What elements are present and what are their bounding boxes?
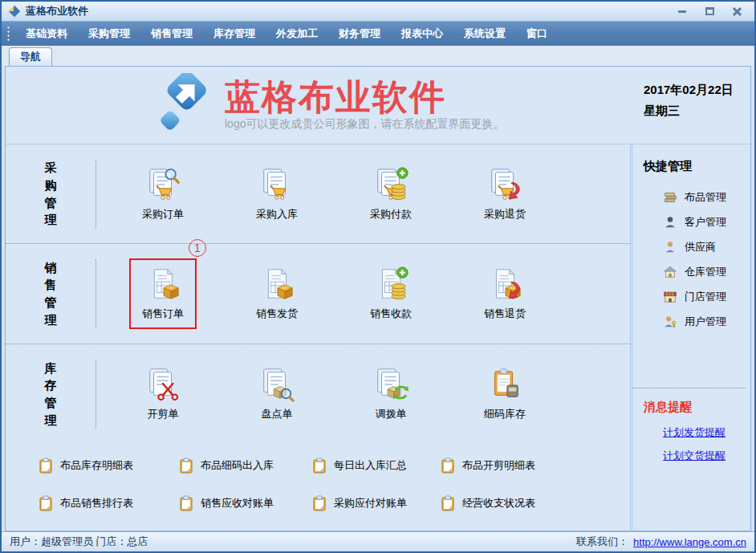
- doc-cart-search-icon: [144, 166, 181, 203]
- launcher-clipboard-scanner[interactable]: 细码库存: [448, 359, 562, 429]
- report-item[interactable]: 经营收支状况表: [440, 495, 630, 511]
- launcher-inner: 采购退货: [471, 159, 539, 230]
- sidebar-item-user-key[interactable]: 用户管理: [644, 309, 746, 334]
- menu-bar: 基础资料采购管理销售管理库存管理外发加工财务管理报表中心系统设置窗口: [2, 21, 754, 46]
- section-divider: [96, 360, 96, 429]
- user-key-icon: [663, 315, 677, 329]
- launcher-inner: 采购付款: [357, 159, 425, 230]
- clipboard-scanner-icon: [486, 366, 523, 403]
- sidebar-item-warehouse[interactable]: 仓库管理: [644, 259, 746, 284]
- contact-link[interactable]: http://www.lange.com.cn: [633, 536, 746, 548]
- launcher-inner: 采购入库: [243, 159, 311, 230]
- clipboard-icon: [311, 457, 327, 474]
- menu-item[interactable]: 窗口: [516, 22, 558, 46]
- report-label: 布品库存明细表: [60, 458, 133, 473]
- close-button[interactable]: [730, 6, 743, 17]
- menu-item[interactable]: 系统设置: [453, 22, 516, 46]
- customer-icon: [663, 215, 677, 230]
- launcher-page-coins-plus[interactable]: 销售收款: [334, 258, 448, 329]
- maximize-button[interactable]: [703, 6, 716, 17]
- launcher-label: 销售收款: [370, 307, 412, 321]
- sidebar-item-store[interactable]: 门店管理: [644, 284, 746, 309]
- launcher-doc-cart-return[interactable]: 采购退货: [448, 159, 562, 230]
- report-item[interactable]: 销售应收对账单: [178, 495, 311, 511]
- menu-item[interactable]: 采购管理: [78, 22, 140, 46]
- menu-item[interactable]: 外发加工: [266, 22, 328, 46]
- window-controls: [676, 6, 748, 17]
- report-label: 布品细码出入库: [201, 458, 274, 473]
- report-item[interactable]: 布品库存明细表: [38, 457, 178, 474]
- app-logo-icon: [8, 5, 21, 18]
- clipboard-icon: [311, 495, 327, 511]
- report-item[interactable]: 布品销售排行表: [38, 495, 178, 511]
- clipboard-icon: [440, 495, 456, 511]
- banner-subtitle: logo可以更改成贵公司形象图，请在系统配置界面更换。: [225, 117, 504, 132]
- minimize-icon: [678, 10, 686, 13]
- launcher-inner: 调拨单: [360, 359, 422, 429]
- clipboard-icon: [38, 457, 54, 474]
- report-item[interactable]: 布品细码出入库: [178, 457, 311, 474]
- doc-cart-return-icon: [486, 166, 523, 203]
- minimize-button[interactable]: [676, 6, 689, 17]
- clipboard-icon: [440, 457, 456, 474]
- launcher-inner: 细码库存: [471, 359, 539, 429]
- section-divider: [96, 160, 96, 229]
- sidebar-item-label: 布品管理: [685, 190, 726, 205]
- launcher-page-box-return[interactable]: 销售退货: [448, 258, 562, 329]
- main-panel: 蓝格布业软件 logo可以更改成贵公司形象图，请在系统配置界面更换。 2017年…: [5, 66, 751, 531]
- store-icon: [663, 290, 677, 304]
- report-item[interactable]: 采购应付对账单: [311, 495, 440, 511]
- clipboard-icon: [38, 495, 54, 511]
- launcher-doc-box[interactable]: 销售发货: [220, 258, 334, 329]
- tab-strip: 导航: [2, 46, 754, 66]
- tab-navigation[interactable]: 导航: [9, 47, 52, 66]
- menu-items: 基础资料采购管理销售管理库存管理外发加工财务管理报表中心系统设置窗口: [15, 22, 558, 46]
- fabric-icon: [663, 190, 677, 205]
- menu-item[interactable]: 基础资料: [15, 22, 78, 46]
- menu-item[interactable]: 财务管理: [328, 22, 391, 46]
- menu-item[interactable]: 库存管理: [203, 22, 266, 46]
- sidebar-item-customer[interactable]: 客户管理: [644, 209, 746, 234]
- report-label: 销售应收对账单: [201, 496, 274, 510]
- launcher-label: 采购入库: [256, 207, 298, 222]
- supplier-icon: [663, 240, 677, 254]
- message-title: 消息提醒: [644, 400, 746, 415]
- launcher-label: 调拨单: [376, 407, 407, 421]
- status-bar: 用户：超级管理员 门店：总店 联系我们： http://www.lange.co…: [2, 531, 754, 551]
- sidebar-item-fabric[interactable]: 布品管理: [644, 185, 746, 209]
- date-text: 2017年02月22日: [644, 79, 734, 100]
- launcher-doc-cart-search[interactable]: 采购订单: [106, 159, 220, 230]
- section-label: 销售管理: [6, 259, 96, 329]
- report-item[interactable]: 布品开剪明细表: [440, 457, 630, 474]
- weekday-text: 星期三: [644, 100, 734, 121]
- page-box-return-icon: [486, 266, 523, 303]
- report-label: 每日出入库汇总: [334, 458, 407, 473]
- launcher-doc-box-transfer[interactable]: 调拨单: [334, 359, 448, 429]
- toolbar-grip-icon: [6, 26, 10, 42]
- date-display: 2017年02月22日 星期三: [644, 79, 734, 120]
- sidebar-item-label: 门店管理: [685, 290, 726, 304]
- doc-cart-icon: [258, 166, 295, 203]
- doc-box-icon: [258, 266, 295, 303]
- menu-item[interactable]: 销售管理: [140, 22, 203, 46]
- launcher-doc-cart[interactable]: 采购入库: [220, 159, 334, 230]
- launcher-label: 销售发货: [256, 307, 298, 321]
- maximize-icon: [705, 7, 714, 15]
- section-row: 采购管理 采购订单 采购入库 采购付款 采购退货: [6, 144, 630, 243]
- section-label: 库存管理: [6, 360, 96, 429]
- launcher-doc-box-search[interactable]: 盘点单: [220, 359, 334, 429]
- message-links: 计划发货提醒计划交货提醒: [644, 425, 746, 463]
- sidebar-item-supplier[interactable]: 供应商: [644, 234, 746, 259]
- menu-item[interactable]: 报表中心: [391, 22, 453, 46]
- doc-coins-plus-icon: [372, 166, 409, 203]
- launcher-doc-box[interactable]: 销售订单1: [106, 258, 220, 329]
- launcher-label: 采购付款: [370, 207, 412, 222]
- report-item[interactable]: 每日出入库汇总: [311, 457, 440, 474]
- message-link[interactable]: 计划交货提醒: [663, 449, 746, 463]
- launcher-doc-coins-plus[interactable]: 采购付款: [334, 159, 448, 230]
- launcher-label: 采购订单: [142, 207, 184, 222]
- launcher-doc-scissors[interactable]: 开剪单: [106, 359, 220, 429]
- launcher-inner: 销售收款: [357, 258, 425, 329]
- message-link[interactable]: 计划发货提醒: [663, 425, 746, 440]
- banner: 蓝格布业软件 logo可以更改成贵公司形象图，请在系统配置界面更换。 2017年…: [6, 67, 750, 144]
